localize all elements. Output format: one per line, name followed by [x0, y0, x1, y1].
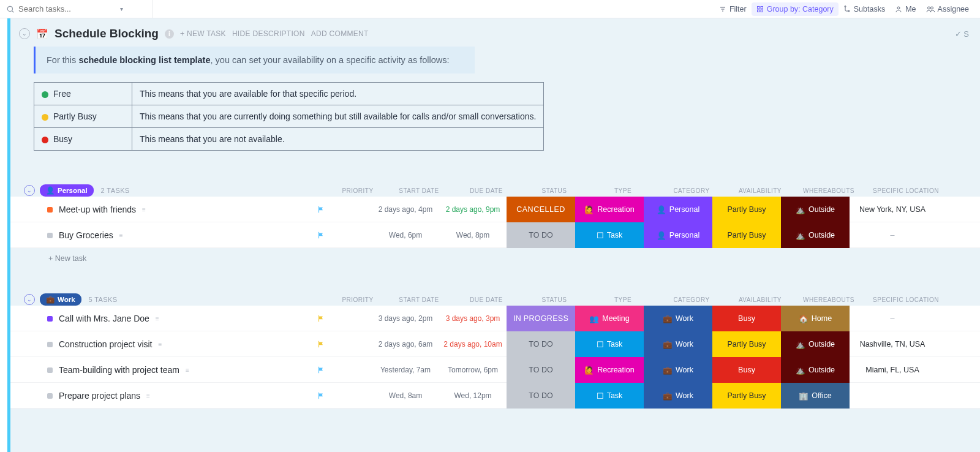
subtasks-button[interactable]: Subtasks [839, 2, 890, 16]
category-badge[interactable]: 💼Work [644, 306, 712, 331]
due-date[interactable]: Wed, 12pm [439, 391, 507, 400]
drag-handle-icon[interactable]: ≡ [142, 206, 145, 213]
status-badge[interactable]: TO DO [507, 357, 575, 383]
priority-flag[interactable] [317, 391, 372, 400]
search-icon [6, 5, 15, 13]
status-badge[interactable]: CANCELLED [507, 197, 575, 222]
drag-handle-icon[interactable]: ≡ [186, 367, 189, 374]
drag-handle-icon[interactable]: ≡ [146, 393, 149, 399]
status-badge[interactable]: TO DO [507, 331, 575, 357]
filter-button[interactable]: Filter [714, 2, 752, 16]
hide-description-link[interactable]: HIDE DESCRIPTION [232, 29, 305, 38]
availability-badge[interactable]: Partly Busy [712, 383, 781, 409]
svg-line-1 [12, 10, 14, 12]
group-tag[interactable]: 👤Personal [40, 184, 94, 197]
priority-flag[interactable] [317, 314, 372, 323]
group-by-button[interactable]: Group by: Category [752, 2, 839, 16]
status-badge[interactable]: TO DO [507, 383, 575, 409]
due-date[interactable]: 3 days ago, 3pm [439, 314, 507, 323]
svg-rect-5 [757, 6, 760, 9]
group-collapse-toggle[interactable]: ⌄ [24, 294, 35, 305]
priority-flag[interactable] [317, 340, 372, 348]
whereabouts-badge[interactable]: ⛰️Outside [781, 331, 850, 357]
start-date[interactable]: Wed, 8am [372, 391, 439, 400]
start-date[interactable]: 3 days ago, 2pm [372, 314, 439, 323]
start-date[interactable]: Yesterday, 7am [372, 366, 439, 374]
category-badge[interactable]: 👤Personal [644, 197, 712, 222]
legend-desc: This means that you are not available. [132, 128, 544, 151]
task-row[interactable]: Meet-up with friends ≡ 2 days ago, 4pm 2… [10, 197, 980, 222]
start-date[interactable]: Wed, 6pm [372, 231, 439, 239]
task-row[interactable]: Call with Mrs. Jane Doe ≡ 3 days ago, 2p… [10, 306, 980, 331]
status-square[interactable] [47, 342, 53, 347]
availability-badge[interactable]: Partly Busy [712, 331, 781, 357]
task-group: ⌄ 👤Personal 2 TASKS PRIORITYSTART DATEDU… [10, 184, 980, 263]
due-date[interactable]: Tomorrow, 6pm [439, 366, 507, 374]
whereabouts-icon: 🏢 [799, 391, 809, 401]
specific-location[interactable]: Nashville, TN, USA [850, 340, 935, 348]
type-badge[interactable]: ☐Task [575, 383, 644, 409]
drag-handle-icon[interactable]: ≡ [156, 315, 159, 322]
category-badge[interactable]: 💼Work [644, 331, 712, 357]
new-task-button[interactable]: + New task [10, 248, 980, 263]
type-badge[interactable]: 🙋Recreation [575, 357, 644, 383]
category-badge[interactable]: 👤Personal [644, 222, 712, 248]
type-badge[interactable]: 🙋Recreation [575, 197, 644, 222]
legend-desc: This means that you are currently doing … [132, 105, 544, 128]
info-icon[interactable]: i [165, 29, 174, 39]
svg-point-12 [927, 7, 930, 9]
subtasks-icon [843, 6, 851, 13]
specific-location[interactable]: – [850, 231, 935, 239]
due-date[interactable]: 2 days ago, 10am [439, 340, 507, 348]
type-badge[interactable]: 👥Meeting [575, 306, 644, 331]
chevron-down-icon[interactable]: ▾ [120, 6, 123, 12]
availability-badge[interactable]: Busy [712, 357, 781, 383]
category-badge[interactable]: 💼Work [644, 383, 712, 409]
status-square[interactable] [47, 367, 53, 373]
specific-location[interactable]: New York, NY, USA [850, 205, 935, 214]
status-badge[interactable]: TO DO [507, 222, 575, 248]
type-badge[interactable]: ☐Task [575, 331, 644, 357]
availability-badge[interactable]: Partly Busy [712, 222, 781, 248]
start-date[interactable]: 2 days ago, 6am [372, 340, 439, 348]
new-task-link[interactable]: NEW TASK [180, 29, 226, 38]
me-button[interactable]: Me [890, 2, 921, 16]
collapse-toggle[interactable]: ⌄ [19, 28, 30, 39]
start-date[interactable]: 2 days ago, 4pm [372, 205, 439, 214]
type-badge[interactable]: ☐Task [575, 222, 644, 248]
search-input[interactable] [18, 4, 116, 13]
task-row[interactable]: Construction project visit ≡ 2 days ago,… [10, 331, 980, 357]
whereabouts-badge[interactable]: ⛰️Outside [781, 357, 850, 383]
status-square[interactable] [47, 233, 53, 238]
priority-flag[interactable] [317, 205, 372, 214]
specific-location[interactable]: Miami, FL, USA [850, 366, 935, 374]
priority-flag[interactable] [317, 366, 372, 374]
specific-location[interactable]: – [850, 314, 935, 323]
whereabouts-badge[interactable]: 🏠Home [781, 306, 850, 331]
task-row[interactable]: Prepare project plans ≡ Wed, 8am Wed, 12… [10, 383, 980, 409]
column-header: CATEGORY [657, 294, 726, 306]
whereabouts-badge[interactable]: ⛰️Outside [781, 197, 850, 222]
priority-flag[interactable] [317, 231, 372, 239]
whereabouts-badge[interactable]: ⛰️Outside [781, 222, 850, 248]
status-square[interactable] [47, 393, 53, 399]
availability-badge[interactable]: Busy [712, 306, 781, 331]
status-square[interactable] [47, 207, 53, 213]
drag-handle-icon[interactable]: ≡ [159, 341, 162, 348]
check-icon[interactable]: ✓ S [955, 29, 969, 39]
category-badge[interactable]: 💼Work [644, 357, 712, 383]
due-date[interactable]: Wed, 8pm [439, 231, 507, 239]
status-square[interactable] [47, 316, 53, 322]
availability-badge[interactable]: Partly Busy [712, 197, 781, 222]
whereabouts-badge[interactable]: 🏢Office [781, 383, 850, 409]
group-collapse-toggle[interactable]: ⌄ [24, 185, 35, 196]
group-count: 5 TASKS [89, 296, 118, 303]
assignee-button[interactable]: Assignee [921, 2, 974, 16]
task-row[interactable]: Buy Groceries ≡ Wed, 6pm Wed, 8pm TO DO … [10, 222, 980, 248]
due-date[interactable]: 2 days ago, 9pm [439, 205, 507, 214]
status-badge[interactable]: IN PROGRESS [507, 306, 575, 331]
group-tag[interactable]: 💼Work [40, 293, 81, 306]
drag-handle-icon[interactable]: ≡ [119, 232, 123, 239]
task-row[interactable]: Team-building with project team ≡ Yester… [10, 357, 980, 383]
add-comment-link[interactable]: ADD COMMENT [311, 29, 369, 38]
